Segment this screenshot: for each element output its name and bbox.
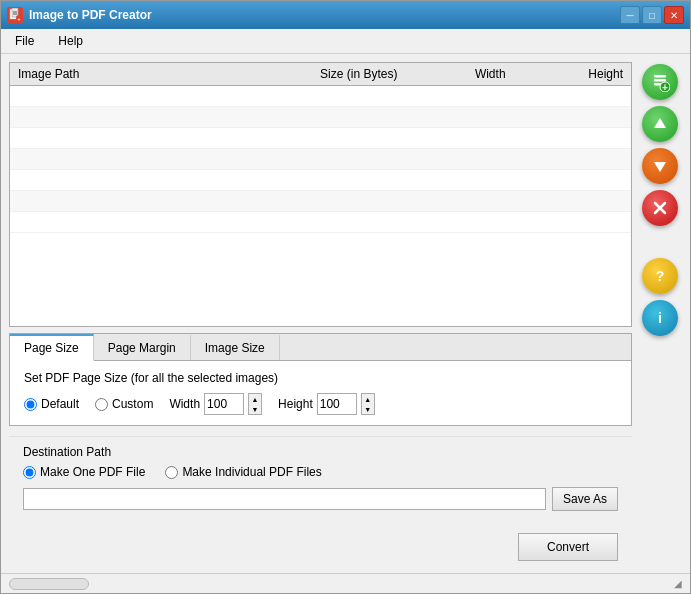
default-radio-group: Default bbox=[24, 397, 79, 411]
destination-section: Destination Path Make One PDF File Make … bbox=[9, 436, 632, 519]
width-label: Width bbox=[169, 397, 200, 411]
table-row bbox=[10, 86, 631, 107]
table-row bbox=[10, 191, 631, 212]
svg-text:+: + bbox=[662, 82, 668, 92]
height-spin-down[interactable]: ▼ bbox=[362, 404, 374, 414]
menu-file[interactable]: File bbox=[9, 32, 40, 50]
file-table-container: Image Path Size (in Bytes) Width Height bbox=[9, 62, 632, 327]
app-icon: + bbox=[7, 7, 23, 23]
destination-radio-row: Make One PDF File Make Individual PDF Fi… bbox=[23, 465, 618, 479]
tab-page-margin[interactable]: Page Margin bbox=[94, 334, 191, 360]
svg-text:+: + bbox=[18, 16, 21, 22]
height-input-group: Height ▲ ▼ bbox=[278, 393, 375, 415]
save-as-button[interactable]: Save As bbox=[552, 487, 618, 511]
table-row bbox=[10, 107, 631, 128]
main-window: + Image to PDF Creator ─ □ ✕ File Help I… bbox=[0, 0, 691, 594]
tab-bar: Page Size Page Margin Image Size bbox=[10, 334, 631, 361]
one-pdf-label: Make One PDF File bbox=[40, 465, 145, 479]
destination-label: Destination Path bbox=[23, 445, 618, 459]
col-height: Height bbox=[514, 63, 631, 86]
destination-path-input[interactable] bbox=[23, 488, 546, 510]
height-input[interactable] bbox=[317, 393, 357, 415]
move-up-button[interactable] bbox=[642, 106, 678, 142]
delete-button[interactable] bbox=[642, 190, 678, 226]
width-spin-down[interactable]: ▼ bbox=[249, 404, 261, 414]
page-size-options: Default Custom Width ▲ ▼ bbox=[24, 393, 617, 415]
col-size: Size (in Bytes) bbox=[189, 63, 405, 86]
tab-image-size[interactable]: Image Size bbox=[191, 334, 280, 360]
table-row bbox=[10, 128, 631, 149]
svg-text:i: i bbox=[658, 310, 662, 326]
tab-content-page-size: Set PDF Page Size (for all the selected … bbox=[10, 361, 631, 425]
svg-text:?: ? bbox=[656, 268, 665, 284]
custom-radio[interactable] bbox=[95, 398, 108, 411]
height-spin-up[interactable]: ▲ bbox=[362, 394, 374, 404]
page-size-description: Set PDF Page Size (for all the selected … bbox=[24, 371, 617, 385]
file-table: Image Path Size (in Bytes) Width Height bbox=[10, 63, 631, 233]
default-radio-label: Default bbox=[41, 397, 79, 411]
one-pdf-radio-group: Make One PDF File bbox=[23, 465, 145, 479]
window-controls: ─ □ ✕ bbox=[620, 6, 684, 24]
convert-button[interactable]: Convert bbox=[518, 533, 618, 561]
close-button[interactable]: ✕ bbox=[664, 6, 684, 24]
table-row bbox=[10, 149, 631, 170]
menu-bar: File Help bbox=[1, 29, 690, 54]
minimize-button[interactable]: ─ bbox=[620, 6, 640, 24]
individual-pdf-label: Make Individual PDF Files bbox=[182, 465, 321, 479]
path-row: Save As bbox=[23, 487, 618, 511]
default-radio[interactable] bbox=[24, 398, 37, 411]
height-spinner: ▲ ▼ bbox=[361, 393, 375, 415]
col-image-path: Image Path bbox=[10, 63, 189, 86]
table-row bbox=[10, 212, 631, 233]
menu-help[interactable]: Help bbox=[52, 32, 89, 50]
individual-pdf-radio-group: Make Individual PDF Files bbox=[165, 465, 321, 479]
custom-radio-label: Custom bbox=[112, 397, 153, 411]
width-input-group: Width ▲ ▼ bbox=[169, 393, 262, 415]
svg-marker-12 bbox=[654, 162, 666, 172]
main-area: Image Path Size (in Bytes) Width Height bbox=[9, 62, 632, 565]
width-spinner: ▲ ▼ bbox=[248, 393, 262, 415]
height-label: Height bbox=[278, 397, 313, 411]
content-area: Image Path Size (in Bytes) Width Height bbox=[1, 54, 690, 573]
width-spin-up[interactable]: ▲ bbox=[249, 394, 261, 404]
width-input[interactable] bbox=[204, 393, 244, 415]
status-bar: ◢ bbox=[1, 573, 690, 593]
tab-page-size[interactable]: Page Size bbox=[10, 334, 94, 361]
table-row bbox=[10, 170, 631, 191]
individual-pdf-radio[interactable] bbox=[165, 466, 178, 479]
title-bar: + Image to PDF Creator ─ □ ✕ bbox=[1, 1, 690, 29]
move-down-button[interactable] bbox=[642, 148, 678, 184]
convert-row: Convert bbox=[9, 525, 632, 565]
resize-grip: ◢ bbox=[674, 578, 682, 589]
add-button[interactable]: + bbox=[642, 64, 678, 100]
svg-rect-7 bbox=[654, 75, 666, 78]
help-button[interactable]: ? bbox=[642, 258, 678, 294]
custom-radio-group: Custom bbox=[95, 397, 153, 411]
window-title: Image to PDF Creator bbox=[29, 8, 614, 22]
info-button[interactable]: i bbox=[642, 300, 678, 336]
maximize-button[interactable]: □ bbox=[642, 6, 662, 24]
svg-marker-11 bbox=[654, 118, 666, 128]
col-width: Width bbox=[405, 63, 513, 86]
one-pdf-radio[interactable] bbox=[23, 466, 36, 479]
status-scrollbar[interactable] bbox=[9, 578, 89, 590]
settings-panel: Page Size Page Margin Image Size Set PDF… bbox=[9, 333, 632, 426]
sidebar-buttons: + ? bbox=[638, 62, 682, 565]
